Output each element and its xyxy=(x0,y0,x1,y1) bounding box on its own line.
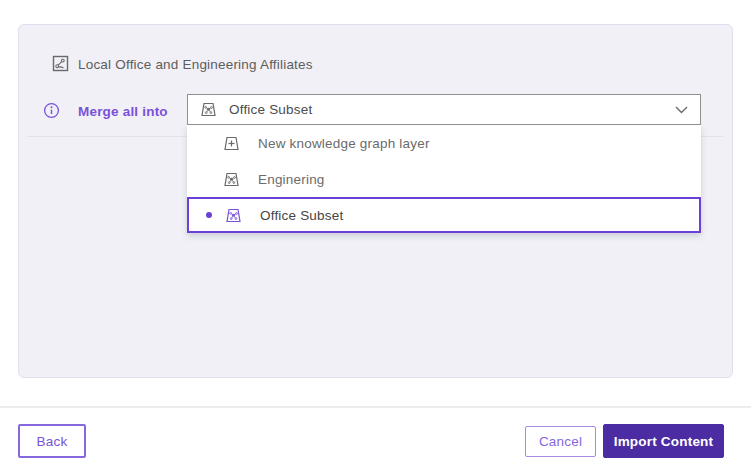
knowledge-graph-layer-icon xyxy=(225,207,242,224)
merge-target-select[interactable]: Office Subset xyxy=(187,94,701,125)
import-content-button[interactable]: Import Content xyxy=(603,424,724,458)
new-knowledge-graph-layer-icon xyxy=(223,135,240,152)
merge-all-into-label: Merge all into xyxy=(78,104,168,119)
import-options-panel: Local Office and Engineering Affiliates … xyxy=(18,24,733,378)
knowledge-graph-layer-icon xyxy=(223,171,240,188)
cancel-button[interactable]: Cancel xyxy=(525,426,596,457)
dropdown-option-label: Office Subset xyxy=(260,208,343,223)
merge-target-dropdown-list: New knowledge graph layer xyxy=(187,125,701,233)
selected-dot-icon xyxy=(206,212,212,218)
graph-layer-square-icon xyxy=(52,55,69,72)
back-button[interactable]: Back xyxy=(18,424,86,458)
dropdown-option[interactable]: New knowledge graph layer xyxy=(187,125,701,161)
dropdown-option-label: Enginering xyxy=(258,172,325,187)
knowledge-graph-layer-icon xyxy=(200,101,217,118)
layer-name-label: Local Office and Engineering Affiliates xyxy=(78,57,313,72)
info-icon[interactable] xyxy=(43,102,60,119)
chevron-down-icon xyxy=(675,106,688,114)
footer-divider xyxy=(0,406,751,408)
merge-target-select-value: Office Subset xyxy=(229,102,312,117)
import-dialog: { "colors": { "accent_purple": "#7a52d9"… xyxy=(0,0,751,470)
dropdown-option[interactable]: Enginering xyxy=(187,161,701,197)
dropdown-option-label: New knowledge graph layer xyxy=(258,136,430,151)
dropdown-option[interactable]: Office Subset xyxy=(187,197,701,233)
